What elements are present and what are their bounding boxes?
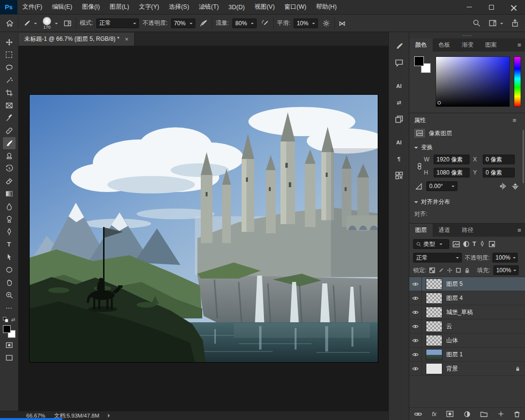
panel-menu-icon[interactable]: ≡ xyxy=(513,38,525,52)
lock-pixels-icon[interactable] xyxy=(438,267,444,273)
lock-position-icon[interactable] xyxy=(447,267,453,273)
saturation-brightness-field[interactable] xyxy=(436,56,510,107)
panel-scrollbar[interactable] xyxy=(523,130,524,183)
y-field[interactable]: 0 像素 xyxy=(483,168,515,177)
tab-close-icon[interactable]: × xyxy=(124,37,129,42)
adjustment-layer-icon[interactable] xyxy=(464,411,471,418)
menu-file[interactable]: 文件(F) xyxy=(18,0,47,14)
filter-adjustment-layers-icon[interactable] xyxy=(463,241,470,247)
libraries-panel-icon[interactable] xyxy=(392,112,406,126)
layer-thumbnail[interactable] xyxy=(426,335,442,346)
visibility-eye-icon[interactable] xyxy=(409,305,422,319)
visibility-eye-icon[interactable] xyxy=(409,348,422,361)
layer-thumbnail[interactable] xyxy=(426,307,442,318)
layer-blend-mode-select[interactable]: 正常 xyxy=(413,253,462,262)
maximize-button[interactable] xyxy=(480,0,503,14)
history-brush-tool-icon[interactable] xyxy=(3,162,16,175)
canvas-workspace[interactable] xyxy=(18,46,388,411)
gradient-tool-icon[interactable] xyxy=(3,188,16,200)
link-layers-icon[interactable] xyxy=(414,411,422,417)
type-tool-icon[interactable]: T xyxy=(3,238,16,250)
eraser-tool-icon[interactable] xyxy=(3,175,16,187)
new-group-folder-icon[interactable] xyxy=(480,411,488,417)
brush-tool-preset-icon[interactable] xyxy=(22,18,38,28)
minimize-button[interactable] xyxy=(458,0,480,14)
search-icon[interactable] xyxy=(472,18,482,28)
home-icon[interactable] xyxy=(5,18,15,28)
edit-toolbar-ellipsis-icon[interactable]: ⋯ xyxy=(3,301,16,314)
layer-thumbnail[interactable] xyxy=(426,293,442,304)
layer-thumbnail[interactable] xyxy=(426,321,442,332)
visibility-eye-icon[interactable] xyxy=(409,362,422,375)
pressure-opacity-icon[interactable] xyxy=(199,18,209,28)
document-tab[interactable]: 未标题-1 @ 66.7% (图层 5, RGB/8) * × xyxy=(18,33,135,46)
hue-slider[interactable] xyxy=(514,56,521,107)
swap-arrows-panel-icon[interactable]: ⇄ xyxy=(392,95,406,110)
tab-patterns[interactable]: 图案 xyxy=(479,38,503,52)
panel-menu-icon[interactable]: ≡ xyxy=(513,224,525,237)
clone-stamp-tool-icon[interactable] xyxy=(3,150,16,162)
new-layer-icon[interactable] xyxy=(498,411,504,417)
panel-menu-icon[interactable]: ≡ xyxy=(508,117,520,124)
layer-row[interactable]: 城堡_草稿 xyxy=(409,305,525,319)
color-picker-dot[interactable] xyxy=(438,101,441,105)
filter-smart-objects-icon[interactable] xyxy=(489,241,495,247)
link-dimensions-icon[interactable] xyxy=(415,155,424,177)
panel-drag-handle[interactable] xyxy=(409,32,525,38)
zoom-tool-icon[interactable] xyxy=(3,289,16,301)
smoothing-gear-icon[interactable] xyxy=(321,18,331,28)
close-button[interactable] xyxy=(503,0,525,14)
menu-help[interactable]: 帮助(H) xyxy=(311,0,341,14)
marquee-tool-icon[interactable] xyxy=(3,49,16,61)
transform-section-header[interactable]: 变换 xyxy=(409,140,525,154)
dodge-tool-icon[interactable] xyxy=(3,213,16,225)
brush-settings-dropdown[interactable]: 170 xyxy=(41,17,59,30)
fill-select[interactable]: 100% xyxy=(493,265,519,275)
menu-select[interactable]: 选择(S) xyxy=(164,0,194,14)
lock-transparency-icon[interactable] xyxy=(429,267,435,273)
comments-panel-icon[interactable] xyxy=(392,55,406,70)
lasso-tool-icon[interactable] xyxy=(3,61,16,73)
workspace-switcher-icon[interactable] xyxy=(488,18,504,28)
menu-filter[interactable]: 滤镜(T) xyxy=(194,0,224,14)
brush-settings-panel-icon[interactable] xyxy=(392,39,406,53)
menu-window[interactable]: 窗口(W) xyxy=(280,0,311,14)
x-field[interactable]: 0 像素 xyxy=(483,155,515,164)
lock-artboard-icon[interactable] xyxy=(455,267,461,273)
pen-tool-icon[interactable] xyxy=(3,226,16,238)
healing-brush-tool-icon[interactable] xyxy=(3,124,16,137)
menu-image[interactable]: 图像(I) xyxy=(77,0,105,14)
paragraph-panel-icon[interactable]: ¶ xyxy=(392,152,406,166)
layer-filter-select[interactable]: 类型 xyxy=(413,239,449,249)
brush-tool-icon[interactable] xyxy=(3,137,16,149)
paint-symmetry-icon[interactable]: ⋈ xyxy=(338,19,345,27)
blur-tool-icon[interactable] xyxy=(3,200,16,212)
document-canvas[interactable] xyxy=(30,95,378,362)
quick-mask-icon[interactable] xyxy=(3,339,16,351)
layer-thumbnail[interactable] xyxy=(426,363,442,374)
crop-tool-icon[interactable] xyxy=(3,87,16,99)
hand-tool-icon[interactable] xyxy=(3,276,16,288)
menu-3d[interactable]: 3D(D) xyxy=(224,0,249,14)
filter-shape-layers-icon[interactable] xyxy=(479,241,486,247)
share-icon[interactable] xyxy=(510,18,520,28)
ai-generative-panel-icon[interactable]: AI xyxy=(392,79,406,93)
foreground-color-swatch[interactable] xyxy=(3,325,11,333)
layer-row[interactable]: 图层 5 xyxy=(409,277,525,291)
toggle-brush-panel-icon[interactable] xyxy=(63,18,72,28)
delete-layer-trash-icon[interactable] xyxy=(514,411,520,418)
flip-vertical-icon[interactable] xyxy=(511,182,519,190)
tab-channels[interactable]: 通道 xyxy=(433,224,456,237)
blend-mode-select[interactable]: 正常 xyxy=(96,18,139,28)
visibility-eye-icon[interactable] xyxy=(409,333,422,347)
layer-thumbnail[interactable] xyxy=(426,349,442,360)
shape-tool-icon[interactable] xyxy=(3,263,16,276)
ai-assistant-panel-icon[interactable]: AI xyxy=(392,135,406,150)
align-section-header[interactable]: 对齐并分布 xyxy=(409,194,525,208)
lock-all-icon[interactable] xyxy=(464,267,470,274)
pattern-preview-panel-icon[interactable] xyxy=(392,168,406,183)
move-tool-icon[interactable] xyxy=(3,36,16,48)
flip-horizontal-icon[interactable] xyxy=(499,182,507,190)
status-expand-icon[interactable] xyxy=(108,414,112,418)
menu-layer[interactable]: 图层(L) xyxy=(105,0,134,14)
